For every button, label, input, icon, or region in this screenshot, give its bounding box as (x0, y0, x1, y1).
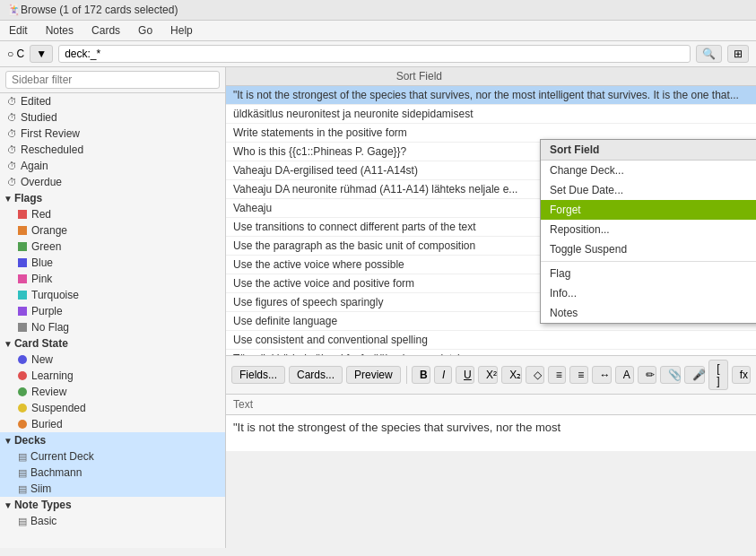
sidebar-item-rescheduled[interactable]: ⏱ Rescheduled (0, 142, 225, 158)
card-row-1[interactable]: üldkäsitlus neuronitest ja neuronite sid… (226, 105, 756, 124)
blue-flag-icon (18, 258, 27, 267)
sidebar-item-pink[interactable]: Pink (0, 271, 225, 287)
cards-button[interactable]: Cards... (289, 366, 343, 384)
context-menu-flag[interactable]: Flag ▶ (541, 264, 756, 283)
mathjax-button[interactable]: fx (732, 366, 751, 384)
menu-notes[interactable]: Notes (37, 22, 83, 39)
deck-icon-siim: ▤ (18, 483, 27, 495)
text-content-value: "It is not the strongest of the species … (233, 421, 560, 434)
deck-icon-bachmann: ▤ (18, 467, 27, 479)
superscript-button[interactable]: X² (478, 366, 498, 384)
context-menu-toggle-suspend[interactable]: Toggle Suspend Ctrl+J (541, 239, 756, 259)
context-menu-notes[interactable]: Notes ▶ (541, 303, 756, 323)
sidebar-item-turquoise[interactable]: Turquoise (0, 287, 225, 303)
flag-label: Flag (550, 267, 570, 280)
flag-blue-label: Blue (31, 256, 53, 269)
sidebar-item-orange[interactable]: Orange (0, 222, 225, 239)
radio-option-c[interactable]: ○ C (7, 48, 24, 60)
buried-dot-icon (18, 420, 27, 429)
context-menu-info[interactable]: Info... Ctrl+Shift+I (541, 283, 756, 303)
sidebar-item-noflag[interactable]: No Flag (0, 319, 225, 335)
sidebar-item-buried[interactable]: Buried (0, 416, 225, 432)
context-menu-title: Sort Field (550, 143, 599, 156)
sidebar-item-current-deck[interactable]: ▤ Current Deck (0, 448, 225, 465)
card-state-learning-label: Learning (31, 369, 74, 382)
title-bar-icon: 🃏 (7, 4, 21, 16)
fields-button[interactable]: Fields... (231, 366, 285, 384)
sidebar-item-overdue[interactable]: ⏱ Overdue (0, 174, 225, 190)
sidebar: ⏱ Edited ⏱ Studied ⏱ First Review ⏱ Resc… (0, 67, 226, 548)
flag-orange-label: Orange (31, 224, 67, 237)
sidebar-item-blue[interactable]: Blue (0, 255, 225, 271)
sidebar-item-purple[interactable]: Purple (0, 303, 225, 319)
flag-noflag-label: No Flag (31, 321, 69, 334)
decks-section-header[interactable]: ▼ Decks (0, 432, 225, 448)
ol-button[interactable]: ≡ (569, 366, 587, 384)
flags-section-label: Flags (14, 192, 42, 204)
sidebar-item-learning[interactable]: Learning (0, 368, 225, 384)
italic-button[interactable]: I (434, 366, 452, 384)
audio-button[interactable]: 🎤 (684, 366, 705, 384)
search-input[interactable] (58, 45, 691, 63)
card-select-button[interactable]: ⊞ (727, 45, 749, 63)
sidebar-item-review[interactable]: Review (0, 384, 225, 400)
menu-edit[interactable]: Edit (0, 22, 37, 39)
sidebar-item-studied[interactable]: ⏱ Studied (0, 109, 225, 126)
sidebar-item-bachmann[interactable]: ▤ Bachmann (0, 465, 225, 481)
search-button[interactable]: 🔍 (696, 45, 722, 63)
subscript-button[interactable]: X₂ (501, 366, 521, 384)
sidebar-item-first-review[interactable]: ⏱ First Review (0, 126, 225, 142)
main-layout: ⏱ Edited ⏱ Studied ⏱ First Review ⏱ Resc… (0, 67, 756, 548)
sidebar-item-green[interactable]: Green (0, 239, 225, 255)
sidebar-filter-area (0, 67, 225, 93)
context-menu-forget[interactable]: Forget Ctrl+Alt+N (541, 200, 756, 220)
text-content: "It is not the strongest of the species … (226, 415, 756, 451)
cardstate-section-header[interactable]: ▼ Card State (0, 335, 225, 352)
notetypes-section-header[interactable]: ▼ Note Types (0, 497, 225, 513)
preview-button[interactable]: Preview (346, 366, 401, 384)
sidebar-item-new[interactable]: New (0, 352, 225, 368)
flag-green-label: Green (31, 240, 61, 253)
review-dot-icon (18, 387, 27, 396)
card-row-0[interactable]: "It is not the strongest of the species … (226, 86, 756, 105)
sidebar-item-red[interactable]: Red (0, 206, 225, 222)
dropdown-arrow[interactable]: ▼ (30, 45, 53, 63)
context-menu-reposition[interactable]: Reposition... Ctrl+Shift+S (541, 220, 756, 239)
context-menu-change-deck[interactable]: Change Deck... Ctrl+D (541, 161, 756, 180)
card-state-suspended-label: Suspended (31, 402, 86, 414)
menu-go[interactable]: Go (129, 22, 161, 39)
sidebar-label-again: Again (21, 160, 48, 172)
decks-section-label: Decks (14, 434, 46, 447)
menu-cards[interactable]: Cards (83, 22, 129, 39)
underline-button[interactable]: U (456, 366, 474, 384)
cloze-button[interactable]: [ ] (708, 360, 727, 390)
clock-icon-2: ⏱ (7, 112, 17, 123)
sidebar-label-edited: Edited (21, 95, 51, 108)
toolbar: ○ C ▼ 🔍 ⊞ (0, 41, 756, 67)
sidebar-item-edited[interactable]: ⏱ Edited (0, 93, 225, 109)
cardstate-section-label: Card State (14, 337, 68, 350)
context-menu-set-due[interactable]: Set Due Date... Ctrl+Shift+D (541, 180, 756, 200)
sidebar-item-basic[interactable]: ▤ Basic (0, 513, 225, 529)
learning-dot-icon (18, 371, 27, 380)
new-dot-icon (18, 355, 27, 364)
sidebar-item-again[interactable]: ⏱ Again (0, 158, 225, 174)
flags-section-header[interactable]: ▼ Flags (0, 190, 225, 206)
sidebar-item-suspended[interactable]: Suspended (0, 400, 225, 416)
highlight-button[interactable]: ✏ (638, 366, 656, 384)
ul-button[interactable]: ≡ (548, 366, 566, 384)
indent-button[interactable]: ↔ (592, 366, 612, 384)
context-menu-header: Sort Field (541, 140, 756, 161)
attach-button[interactable]: 📎 (660, 366, 681, 384)
sidebar-filter-input[interactable] (5, 71, 220, 89)
erase-button[interactable]: ◇ (526, 366, 544, 384)
bold-button[interactable]: B (412, 366, 430, 384)
fontcolor-button[interactable]: A (615, 366, 634, 384)
forget-label: Forget (550, 204, 581, 216)
sidebar-label-first-review: First Review (21, 127, 80, 140)
text-label: Text (226, 395, 756, 415)
card-row-13[interactable]: Use consistent and conventional spelling (226, 331, 756, 350)
menu-help[interactable]: Help (161, 22, 202, 39)
context-menu-sep-1 (541, 261, 756, 262)
sidebar-item-siim[interactable]: ▤ Siim (0, 481, 225, 497)
